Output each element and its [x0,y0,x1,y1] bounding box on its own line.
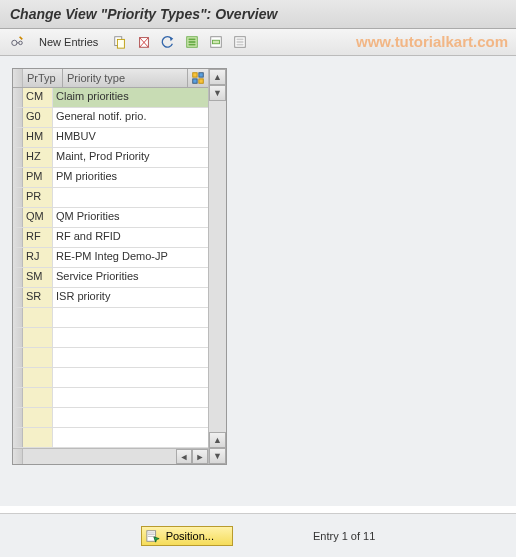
cell-prtyp[interactable]: QM [23,208,53,227]
table-row[interactable] [13,348,208,368]
row-handle[interactable] [13,328,23,347]
cell-priority-type[interactable]: QM Priorities [53,208,208,227]
column-header-prtyp[interactable]: PrTyp [23,69,63,87]
vscroll-down-button[interactable]: ▼ [209,85,226,101]
row-handle[interactable] [13,248,23,267]
row-handle[interactable] [13,408,23,427]
content-area: PrTyp Priority type CMClaim prioritiesG0… [0,56,516,506]
cell-priority-type[interactable]: Maint, Prod Priority [53,148,208,167]
cell-prtyp[interactable] [23,388,53,407]
row-handle[interactable] [13,428,23,447]
svg-rect-19 [237,44,244,46]
cell-priority-type[interactable] [53,308,208,327]
cell-prtyp[interactable] [23,348,53,367]
cell-prtyp[interactable] [23,328,53,347]
cell-priority-type[interactable]: RF and RFID [53,228,208,247]
table-row[interactable]: RJRE-PM Integ Demo-JP [13,248,208,268]
cell-priority-type[interactable] [53,328,208,347]
row-handle[interactable] [13,288,23,307]
cell-prtyp[interactable]: G0 [23,108,53,127]
toggle-display-change-button[interactable] [8,33,26,51]
row-handle[interactable] [13,228,23,247]
cell-priority-type[interactable] [53,408,208,427]
hscroll-track[interactable] [23,449,176,464]
table-row[interactable]: SRISR priority [13,288,208,308]
cell-priority-type[interactable]: Service Priorities [53,268,208,287]
cell-prtyp[interactable]: CM [23,88,53,107]
table-row[interactable]: PR [13,188,208,208]
row-handle[interactable] [13,368,23,387]
table-row[interactable]: HZMaint, Prod Priority [13,148,208,168]
vscroll-track[interactable] [209,101,226,432]
select-all-button[interactable] [183,33,201,51]
table-row[interactable]: QMQM Priorities [13,208,208,228]
deselect-all-button[interactable] [231,33,249,51]
table-row[interactable] [13,368,208,388]
select-all-icon [185,35,199,49]
table-row[interactable] [13,428,208,448]
vscroll-bottom-down-button[interactable]: ▼ [209,448,226,464]
row-handle[interactable] [13,348,23,367]
table-row[interactable]: HMHMBUV [13,128,208,148]
row-handle[interactable] [13,268,23,287]
table-row[interactable]: CMClaim priorities [13,88,208,108]
cell-priority-type[interactable] [53,428,208,447]
table-row[interactable] [13,308,208,328]
column-header-priority-type[interactable]: Priority type [63,69,188,87]
row-handle[interactable] [13,188,23,207]
select-block-button[interactable] [207,33,225,51]
row-handle[interactable] [13,148,23,167]
row-handle[interactable] [13,168,23,187]
cell-prtyp[interactable] [23,428,53,447]
vscroll-bottom-up-button[interactable]: ▲ [209,432,226,448]
svg-rect-15 [213,40,220,44]
cell-priority-type[interactable] [53,188,208,207]
row-handle[interactable] [13,108,23,127]
table-row[interactable]: SMService Priorities [13,268,208,288]
cell-prtyp[interactable]: PR [23,188,53,207]
cell-priority-type[interactable]: RE-PM Integ Demo-JP [53,248,208,267]
svg-rect-17 [237,39,244,41]
cell-priority-type[interactable]: PM priorities [53,168,208,187]
copy-as-button[interactable] [111,33,129,51]
new-entries-button[interactable]: New Entries [32,33,105,51]
cell-prtyp[interactable]: RJ [23,248,53,267]
row-handle[interactable] [13,308,23,327]
cell-prtyp[interactable]: HM [23,128,53,147]
position-button[interactable]: Position... [141,526,233,546]
table-settings-button[interactable] [188,69,208,87]
hscroll-left-button[interactable]: ◄ [176,449,192,464]
cell-priority-type[interactable] [53,388,208,407]
svg-rect-12 [189,41,196,43]
hscroll-right-button[interactable]: ► [192,449,208,464]
cell-priority-type[interactable]: ISR priority [53,288,208,307]
row-handle[interactable] [13,388,23,407]
cell-prtyp[interactable]: RF [23,228,53,247]
row-handle[interactable] [13,128,23,147]
cell-prtyp[interactable]: HZ [23,148,53,167]
row-handle[interactable] [13,208,23,227]
table-corner [13,69,23,87]
table-row[interactable]: RFRF and RFID [13,228,208,248]
cell-priority-type[interactable]: HMBUV [53,128,208,147]
cell-priority-type[interactable]: Claim priorities [53,88,208,107]
cell-prtyp[interactable]: SR [23,288,53,307]
cell-prtyp[interactable]: PM [23,168,53,187]
cell-prtyp[interactable] [23,408,53,427]
table-row[interactable] [13,408,208,428]
table-row[interactable]: PMPM priorities [13,168,208,188]
table-row[interactable] [13,328,208,348]
cell-prtyp[interactable] [23,308,53,327]
cell-prtyp[interactable]: SM [23,268,53,287]
delete-button[interactable] [135,33,153,51]
cell-prtyp[interactable] [23,368,53,387]
cell-priority-type[interactable] [53,348,208,367]
table-row[interactable]: G0General notif. prio. [13,108,208,128]
vscroll-up-button[interactable]: ▲ [209,69,226,85]
cell-priority-type[interactable] [53,368,208,387]
row-handle[interactable] [13,88,23,107]
undo-change-button[interactable] [159,33,177,51]
cell-priority-type[interactable]: General notif. prio. [53,108,208,127]
table-row[interactable] [13,388,208,408]
svg-rect-22 [193,79,197,83]
